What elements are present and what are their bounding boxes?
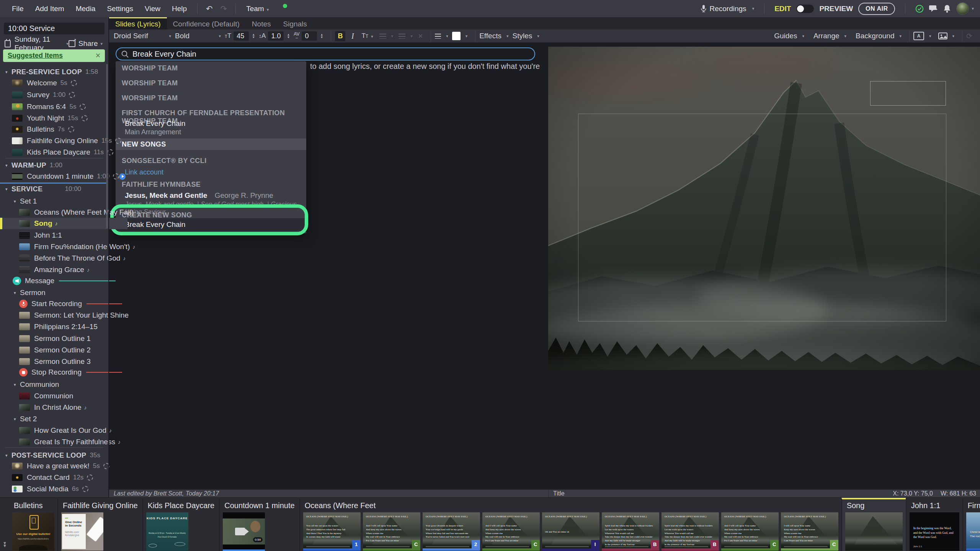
slide-thumbnail-interlude[interactable]: OCEANS (WHERE FEET MAY FAIL) Oh and You …	[542, 512, 599, 551]
menu-help[interactable]: Help	[166, 5, 193, 13]
sidebar-scrollbar[interactable]	[106, 64, 108, 228]
section-post-service-loop[interactable]: ▾ POST-SERVICE LOOP 35s	[0, 450, 108, 461]
tab-slides-lyrics[interactable]: Slides (Lyrics)	[109, 17, 167, 29]
slide-thumbnail-john[interactable]: In the beginning was the Word, and the W…	[910, 512, 959, 551]
slide-thumbnail-verse-1[interactable]: OCEANS (WHERE FEET MAY FAIL) You call me…	[303, 512, 361, 551]
filmstrip-group-label[interactable]: Bulletins	[14, 501, 53, 510]
menu-file[interactable]: File	[6, 5, 29, 13]
service-item-bulletins[interactable]: Bulletins 7s	[0, 124, 120, 135]
group-set-1[interactable]: ▾ Set 1	[0, 196, 108, 207]
service-item-youth-night[interactable]: Youth Night 15s	[0, 112, 120, 124]
effects-menu[interactable]: Effects▾	[479, 32, 508, 40]
styles-menu[interactable]: Styles▾	[512, 32, 539, 40]
insert-image-button[interactable]: ▾	[938, 33, 955, 39]
slide-edit-canvas[interactable]	[548, 47, 980, 370]
menu-view[interactable]: View	[139, 5, 166, 13]
status-check-icon[interactable]	[915, 5, 924, 13]
chevron-down-icon[interactable]: ▾	[5, 187, 11, 192]
filmstrip-group-label[interactable]: Firm Fou%ndation (He	[968, 501, 980, 510]
font-family-select[interactable]: Droid Serif▾	[114, 32, 171, 40]
service-item-romans[interactable]: Romans 6:4 5s	[0, 101, 120, 112]
on-air-button[interactable]: ON AIR	[858, 3, 895, 15]
slide-thumbnail-giving[interactable]: Give Online in Seconds faithlife.com/ fe…	[61, 512, 103, 551]
tab-signals[interactable]: Signals	[277, 17, 313, 29]
line-spacing-stepper[interactable]: ▲▼	[287, 33, 290, 39]
service-item-social-media[interactable]: Social Media 6s	[0, 483, 120, 495]
slide-thumbnail-bridge[interactable]: OCEANS (WHERE FEET MAY FAIL) Spirit lead…	[602, 512, 659, 551]
service-item-survey[interactable]: Survey 1:00	[0, 89, 120, 101]
chevron-down-icon[interactable]: ▾	[14, 417, 20, 422]
user-avatar-menu[interactable]: ▾	[956, 2, 974, 15]
bold-button[interactable]: B	[335, 31, 345, 41]
team-menu[interactable]: Team▾	[240, 5, 274, 13]
background-menu[interactable]: Background▾	[856, 32, 902, 40]
slide-thumbnail-ending-chorus[interactable]: OCEANS (WHERE FEET MAY FAIL) I will call…	[781, 512, 838, 551]
bell-icon[interactable]	[943, 5, 951, 13]
filmstrip-group-label[interactable]: John 1:1	[911, 501, 958, 510]
link-account-link[interactable]: Link account	[125, 168, 163, 176]
letter-spacing-stepper[interactable]: ▲▼	[320, 33, 323, 39]
result-song-break-every-chain[interactable]: Break Every Chain	[125, 119, 185, 128]
service-item-message[interactable]: Message	[0, 275, 121, 287]
service-item-have-a-great-week[interactable]: Have a great week! 5s	[0, 460, 120, 472]
group-set-2[interactable]: ▾ Set 2	[0, 413, 108, 425]
edit-preview-toggle[interactable]	[796, 5, 814, 13]
chevron-down-icon[interactable]: ▾	[14, 382, 20, 387]
slide-thumbnail-bridge[interactable]: OCEANS (WHERE FEET MAY FAIL) Spirit lead…	[662, 512, 719, 551]
filmstrip-group-label[interactable]: Countdown 1 minute	[224, 501, 294, 510]
chevron-down-icon[interactable]: ▾	[5, 70, 11, 75]
chevron-down-icon[interactable]: ▾	[14, 199, 20, 204]
slide-thumbnail-countdown[interactable]: 0:59	[223, 512, 265, 551]
group-sermon[interactable]: ▾ Sermon	[0, 287, 108, 298]
chevron-down-icon[interactable]: ▾	[5, 453, 11, 458]
letter-spacing-input[interactable]: 0	[302, 31, 317, 41]
service-item-k​ids-place[interactable]: Kids Place Daycare 11s	[0, 147, 120, 158]
font-size-input[interactable]: 45	[234, 31, 249, 41]
slide-thumbnail-chorus[interactable]: OCEANS (WHERE FEET MAY FAIL) And I will …	[482, 512, 540, 551]
service-item-giving[interactable]: Faithlife Giving Online 15s	[0, 135, 120, 147]
text-color-select[interactable]: ▾	[452, 32, 468, 40]
font-weight-select[interactable]: Bold▾	[175, 32, 221, 40]
menu-media[interactable]: Media	[70, 5, 101, 13]
slide-thumbnail-firm-foundation[interactable]: Christ is my firm foundation The rock on…	[966, 512, 980, 551]
title-text-box[interactable]	[870, 81, 946, 106]
filmstrip-group-label[interactable]: Kids Place Daycare	[148, 501, 215, 510]
group-communion[interactable]: ▾ Communion	[0, 379, 108, 390]
arrange-menu[interactable]: Arrange▾	[813, 32, 846, 40]
result-hymn-title[interactable]: Jesus, Meek and Gentle George R. Prynne	[125, 191, 273, 200]
filmstrip-collapse-icon[interactable]: ▼▼	[3, 542, 7, 547]
filmstrip-group-label[interactable]: Oceans (Where Feet	[305, 501, 837, 510]
filmstrip-group-label[interactable]: Song	[847, 501, 901, 510]
section-warm-up[interactable]: ▾ WARM-UP 1:00	[0, 160, 108, 171]
service-item-welcome[interactable]: Welcome 5s	[0, 77, 120, 89]
font-size-stepper[interactable]: ▲▼	[252, 33, 255, 39]
slide-thumbnail-chorus[interactable]: OCEANS (WHERE FEET MAY FAIL) And I will …	[721, 512, 779, 551]
slide-thumbnail-song[interactable]	[845, 512, 903, 551]
chevron-down-icon[interactable]: ▾	[14, 290, 20, 295]
undo-icon[interactable]: ↶	[202, 4, 217, 13]
insert-text-box-button[interactable]: A▾	[913, 32, 931, 40]
section-service[interactable]: ▾ SERVICE 10:00	[0, 183, 108, 195]
line-spacing-input[interactable]: 1.0	[268, 31, 284, 41]
service-title-field[interactable]: 10:00 Service	[4, 23, 105, 34]
chat-icon[interactable]	[929, 5, 938, 13]
chevron-down-icon[interactable]: ▾	[5, 163, 11, 168]
suggested-items-banner[interactable]: Suggested Items ✕	[3, 49, 105, 62]
filmstrip-group-label[interactable]: Faithlife Giving Online	[63, 501, 138, 510]
slide-thumbnail-chorus[interactable]: OCEANS (WHERE FEET MAY FAIL) And I will …	[363, 512, 420, 551]
menu-settings[interactable]: Settings	[101, 5, 139, 13]
slide-thumbnail-verse-2[interactable]: OCEANS (WHERE FEET MAY FAIL) Your grace …	[423, 512, 480, 551]
menu-add-item[interactable]: Add Item	[29, 5, 70, 13]
play-button[interactable]	[119, 173, 126, 180]
close-icon[interactable]: ✕	[95, 52, 101, 60]
service-item-contact-card[interactable]: Contact Card 12s	[0, 472, 120, 483]
tab-notes[interactable]: Notes	[246, 17, 277, 29]
guides-menu[interactable]: Guides▾	[774, 32, 804, 40]
song-search-input[interactable]	[116, 47, 535, 60]
slide-thumbnail-kids[interactable]: KIDS PLACE DAYCARE Monday at 12:30 pm · …	[146, 512, 188, 551]
content-text-box[interactable]	[578, 114, 946, 321]
slide-thumbnail-bulletins[interactable]: Use our digital bulletin! https://faithl…	[12, 512, 54, 551]
service-item-countdown[interactable]: Countdown 1 minute 1:00	[0, 171, 120, 182]
share-menu[interactable]: Share▾	[69, 39, 103, 48]
text-case-button[interactable]: TT▾	[361, 32, 373, 40]
